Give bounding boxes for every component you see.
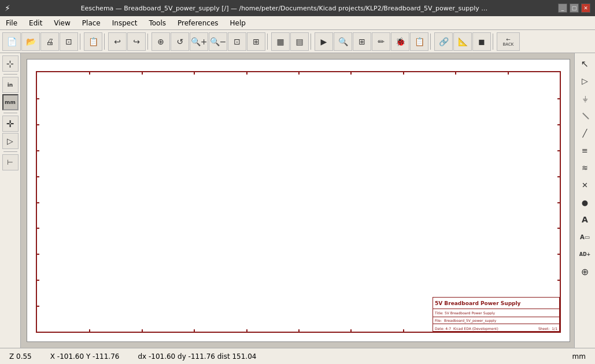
toolbar-sep-4 xyxy=(267,34,269,50)
title-block-title: 5V Breadboard Power Supply xyxy=(435,300,521,306)
zoom-redraw-button[interactable]: ⊕ xyxy=(151,32,170,51)
net-button[interactable]: 🔗 xyxy=(434,32,453,51)
add-wire-button[interactable]: ▷ xyxy=(2,133,19,149)
bom-button[interactable]: 📋 xyxy=(410,32,428,51)
close-button[interactable]: ✕ xyxy=(581,3,590,13)
title-bar-controls: _ □ ✕ xyxy=(558,3,590,13)
tick xyxy=(508,71,509,75)
title-block-file: 5V Breadboard Power Supply xyxy=(445,311,495,315)
date-label: Date: 4-7 xyxy=(435,326,451,330)
draw-bus-button[interactable]: ≡ xyxy=(577,142,593,158)
tick xyxy=(350,329,352,333)
menu-preferences[interactable]: Preferences xyxy=(172,18,224,28)
draw-line-button[interactable]: | xyxy=(574,104,595,127)
add-label-button[interactable]: A▭ xyxy=(577,229,593,245)
menu-edit[interactable]: Edit xyxy=(23,18,48,28)
title-block-file-row: Title: 5V Breadboard Power Supply xyxy=(433,309,559,317)
tick xyxy=(36,176,39,177)
mm-unit-button[interactable]: mm xyxy=(2,94,19,110)
menu-help[interactable]: Help xyxy=(224,18,252,28)
toolbar-sep-6 xyxy=(430,34,433,50)
zoom-out-button[interactable]: 🔍− xyxy=(209,32,227,51)
tick xyxy=(557,150,561,151)
menu-place[interactable]: Place xyxy=(76,18,106,28)
delta-coords: dx -101.60 dy -111.76 dist 151.04 xyxy=(138,352,256,361)
tick xyxy=(557,280,561,281)
tick xyxy=(36,254,39,255)
tick xyxy=(246,71,247,75)
print-button[interactable]: 🖨 xyxy=(40,32,59,51)
tick xyxy=(36,124,39,125)
canvas-area[interactable]: 5V Breadboard Power Supply Title: 5V Bre… xyxy=(21,53,574,348)
tick xyxy=(557,176,561,177)
sheet-label: Sheet: xyxy=(538,326,549,330)
junction-button[interactable]: ⊢ xyxy=(2,154,19,170)
undo-button[interactable]: ↩ xyxy=(108,32,127,51)
tick xyxy=(557,124,561,125)
field2-button[interactable]: ▤ xyxy=(290,32,309,51)
maximize-button[interactable]: □ xyxy=(570,3,579,13)
move-tool-button[interactable]: ✛ xyxy=(2,116,19,132)
tick xyxy=(557,202,561,203)
left-sidebar-sep-2 xyxy=(3,113,17,113)
edit-sym2-button[interactable]: 🐞 xyxy=(391,32,409,51)
toolbar-sep-3 xyxy=(147,34,150,50)
tick xyxy=(557,254,561,255)
tick xyxy=(36,280,39,281)
zoom-fit-button[interactable]: ↺ xyxy=(171,32,189,51)
toolbar-sep-2 xyxy=(104,34,106,50)
tick xyxy=(36,150,39,151)
tick xyxy=(298,329,300,333)
add-hier-button[interactable]: AD+ xyxy=(577,246,593,262)
zoom-in-button[interactable]: 🔍+ xyxy=(190,32,208,51)
menu-view[interactable]: View xyxy=(48,18,76,28)
tick xyxy=(36,202,39,203)
draw-bus2-button[interactable]: ≋ xyxy=(577,159,593,176)
status-bar: Z 0.55 X -101.60 Y -111.76 dx -101.60 dy… xyxy=(0,348,595,364)
paste-button[interactable]: 📋 xyxy=(84,32,102,51)
left-sidebar-sep-3 xyxy=(3,151,17,152)
add-power-button[interactable]: ▷ xyxy=(577,73,593,89)
sheet-value: 1/1 xyxy=(552,326,557,330)
add-global-button[interactable]: ⊕ xyxy=(577,263,593,280)
pcb-button[interactable]: ◼ xyxy=(472,32,491,51)
tick xyxy=(557,228,561,229)
back-button[interactable]: ← BACK xyxy=(497,32,520,51)
inspect-button[interactable]: 🔍 xyxy=(334,32,352,51)
run-erc-button[interactable]: ▶ xyxy=(315,32,333,51)
menu-file[interactable]: File xyxy=(0,18,23,28)
net-label-button[interactable]: ⊞ xyxy=(353,32,371,51)
add-text-button[interactable]: A xyxy=(577,211,593,228)
tick xyxy=(246,329,247,333)
add-junction-button[interactable]: ● xyxy=(577,194,593,210)
inch-unit-button[interactable]: in xyxy=(2,77,19,93)
plot-button[interactable]: ⊡ xyxy=(60,32,78,51)
edit-sym-button[interactable]: ✏ xyxy=(372,32,390,51)
sch-button[interactable]: 📐 xyxy=(453,32,472,51)
menu-tools[interactable]: Tools xyxy=(143,18,172,28)
tick xyxy=(36,228,39,229)
title-block-filename: Breadboard_5V_power_supply xyxy=(444,318,496,322)
main-area: ⊹ in mm ✛ ▷ ⊢ xyxy=(0,53,595,348)
tick xyxy=(89,329,90,333)
zoom-sel-button[interactable]: ⊞ xyxy=(247,32,265,51)
tick xyxy=(557,98,561,99)
tick xyxy=(194,329,195,333)
zoom-level: Z 0.55 xyxy=(9,352,32,361)
schematic-border: 5V Breadboard Power Supply Title: 5V Bre… xyxy=(36,71,561,333)
title-block-bottom-row: Date: 4-7 Kicad EDA (Development) Sheet:… xyxy=(433,324,559,332)
select-mode-button[interactable]: ⊹ xyxy=(2,55,19,72)
title-label: Title: xyxy=(435,311,444,315)
title-block-top: 5V Breadboard Power Supply xyxy=(433,298,559,309)
open-button[interactable]: 📂 xyxy=(21,32,40,51)
no-connect-button[interactable]: ✕ xyxy=(577,177,593,193)
zoom-fit2-button[interactable]: ⊡ xyxy=(228,32,246,51)
new-button[interactable]: 📄 xyxy=(2,32,21,51)
tick xyxy=(142,71,143,75)
menu-inspect[interactable]: Inspect xyxy=(106,18,143,28)
redo-button[interactable]: ↪ xyxy=(127,32,146,51)
field1-button[interactable]: ▦ xyxy=(271,32,290,51)
minimize-button[interactable]: _ xyxy=(558,3,567,13)
tick xyxy=(36,98,39,99)
cursor-tool-button[interactable]: ↖ xyxy=(577,55,593,72)
